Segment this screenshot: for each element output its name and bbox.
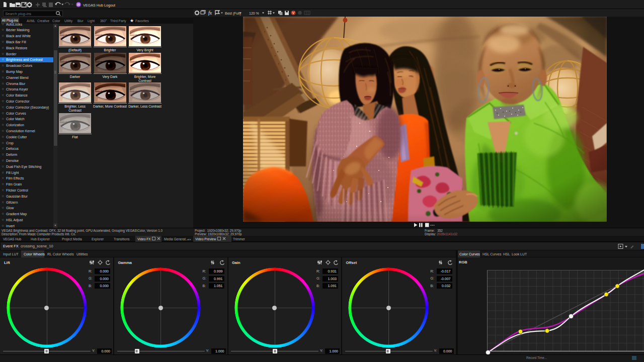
svg-text:Best (Full): Best (Full) <box>225 12 241 16</box>
svg-text:120 %: 120 % <box>249 12 259 15</box>
svg-text:fx: fx <box>208 10 212 16</box>
svg-text:V: V <box>292 11 295 15</box>
